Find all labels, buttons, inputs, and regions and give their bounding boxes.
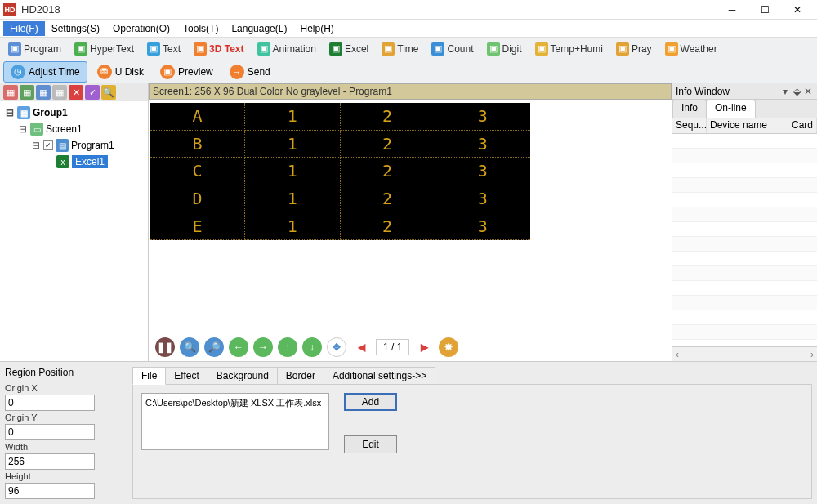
menu-bar: File(F) Settings(S) Operation(O) Tools(T… xyxy=(0,20,817,38)
text-icon: ▣ xyxy=(147,42,160,56)
count-icon: ▣ xyxy=(431,42,444,56)
info-tabs: Info On-line xyxy=(672,100,817,118)
small-icon-3[interactable]: ▦ xyxy=(52,85,67,100)
led-cell: 2 xyxy=(341,103,435,131)
menu-language[interactable]: Language(L) xyxy=(225,21,293,36)
small-icon-5[interactable]: ✓ xyxy=(85,85,100,100)
minimize-button[interactable]: ─ xyxy=(716,0,748,20)
tab-effect[interactable]: Effect xyxy=(165,367,208,385)
file-panel: C:\Users\pc\Desktop\新建 XLSX 工作表.xlsx Add… xyxy=(132,384,812,499)
toolbtn-pray[interactable]: ▣Pray xyxy=(611,41,657,57)
table-row xyxy=(672,149,817,163)
expand-icon[interactable]: ⊟ xyxy=(31,140,41,151)
led-cell: 3 xyxy=(435,103,530,131)
preview-icon: ▣ xyxy=(160,65,175,79)
tab-additional[interactable]: Additional settings->> xyxy=(324,367,435,385)
menu-settings[interactable]: Settings(S) xyxy=(45,21,106,36)
add-button[interactable]: Add xyxy=(344,393,397,411)
led-cell: A xyxy=(150,103,245,131)
close-button[interactable]: ✕ xyxy=(781,0,814,20)
table-row xyxy=(672,281,817,296)
settings-nav-button[interactable]: ✸ xyxy=(439,337,458,357)
input-width[interactable] xyxy=(5,453,95,470)
small-icon-0[interactable]: ▦ xyxy=(3,85,18,100)
zoom-out-button[interactable]: 🔎 xyxy=(204,337,224,357)
tab-file[interactable]: File xyxy=(132,367,166,385)
pause-button[interactable]: ❚❚ xyxy=(155,337,175,357)
toolbtn-digit[interactable]: ▣Digit xyxy=(482,41,527,57)
col-sequence[interactable]: Sequ... xyxy=(672,118,707,133)
toolbtn-3dtext[interactable]: ▣3D Text xyxy=(189,41,248,57)
tab-background[interactable]: Background xyxy=(208,367,278,385)
table-row xyxy=(672,193,817,207)
menu-tools[interactable]: Tools(T) xyxy=(176,21,225,36)
nav-right-button[interactable]: → xyxy=(253,337,273,357)
toolbtn-temphumi[interactable]: ▣Temp+Humi xyxy=(530,41,608,57)
title-bar: HD HD2018 ─ ☐ ✕ xyxy=(0,0,817,20)
toolbtn-count[interactable]: ▣Count xyxy=(426,41,478,57)
program-checkbox[interactable]: ✓ xyxy=(43,140,53,150)
menu-file[interactable]: File(F) xyxy=(3,21,45,36)
tree-screen[interactable]: ⊟ ▭ Screen1 xyxy=(3,121,145,137)
prev-page-button[interactable]: ◀ xyxy=(351,337,371,357)
maximize-button[interactable]: ☐ xyxy=(748,0,781,20)
app-icon: HD xyxy=(3,3,16,16)
next-page-button[interactable]: ▶ xyxy=(414,337,434,357)
tree-excel-item[interactable]: x Excel1 xyxy=(3,154,145,170)
small-icon-1[interactable]: ▦ xyxy=(20,85,34,100)
led-cell: 3 xyxy=(435,212,530,240)
input-origin-y[interactable] xyxy=(5,424,95,440)
actionbtn-udisk[interactable]: ⛃U Disk xyxy=(91,62,150,82)
actionbtn-send[interactable]: →Send xyxy=(223,62,277,82)
led-cell: 1 xyxy=(245,158,340,185)
table-row xyxy=(672,163,817,178)
menu-operation[interactable]: Operation(O) xyxy=(106,21,176,36)
tab-info[interactable]: Info xyxy=(672,100,707,118)
tab-online[interactable]: On-line xyxy=(706,100,756,118)
label-origin-x: Origin X xyxy=(5,383,123,393)
small-icon-4[interactable]: ✕ xyxy=(69,85,83,100)
expand-icon[interactable]: ⊟ xyxy=(5,107,15,118)
move-button[interactable]: ✥ xyxy=(327,337,346,357)
bottom-panel: Region Position Origin X Origin Y Width … xyxy=(0,361,817,504)
toolbtn-excel[interactable]: ▣Excel xyxy=(324,41,373,57)
tree-program[interactable]: ⊟ ✓ ▤ Program1 xyxy=(3,137,145,154)
info-grid-body xyxy=(672,134,817,346)
zoom-in-button[interactable]: 🔍 xyxy=(180,337,199,357)
info-dropdown-icon[interactable]: ▾ xyxy=(779,86,791,97)
toolbtn-time[interactable]: ▣Time xyxy=(377,41,423,57)
small-icon-2[interactable]: ▦ xyxy=(36,85,51,100)
menu-help[interactable]: Help(H) xyxy=(293,21,340,36)
led-cell: 3 xyxy=(435,131,530,158)
actionbtn-adjust-time[interactable]: ◷Adjust Time xyxy=(3,61,87,83)
toolbtn-hypertext[interactable]: ▣HyperText xyxy=(69,41,139,57)
small-icon-6[interactable]: 🔍 xyxy=(101,85,116,100)
tree-group[interactable]: ⊟ ▦ Group1 xyxy=(3,105,145,121)
table-row xyxy=(672,266,817,281)
input-height[interactable] xyxy=(5,483,95,499)
nav-down-button[interactable]: ↓ xyxy=(302,337,322,357)
toolbtn-program[interactable]: ▣Program xyxy=(3,41,66,57)
input-origin-x[interactable] xyxy=(5,395,95,411)
expand-icon[interactable]: ⊟ xyxy=(18,123,28,135)
led-cell: 1 xyxy=(245,212,340,240)
tab-border[interactable]: Border xyxy=(277,367,324,385)
file-list[interactable]: C:\Users\pc\Desktop\新建 XLSX 工作表.xlsx xyxy=(141,393,329,450)
toolbtn-weather[interactable]: ▣Weather xyxy=(660,41,722,57)
nav-left-button[interactable]: ← xyxy=(229,337,248,357)
edit-button[interactable]: Edit xyxy=(344,435,397,453)
info-pin-icon[interactable]: ⬙ xyxy=(791,86,802,97)
table-row xyxy=(672,222,817,237)
region-position-title: Region Position xyxy=(5,367,123,378)
info-scrollbar[interactable]: ‹› xyxy=(672,346,817,361)
col-device-name[interactable]: Device name xyxy=(707,118,788,133)
toolbtn-animation[interactable]: ▣Animation xyxy=(252,41,321,57)
properties-panel: File Effect Background Border Additional… xyxy=(127,362,817,504)
table-row xyxy=(672,237,817,252)
led-cell: 2 xyxy=(341,131,435,158)
actionbtn-preview[interactable]: ▣Preview xyxy=(154,62,220,82)
nav-up-button[interactable]: ↑ xyxy=(278,337,297,357)
toolbtn-text[interactable]: ▣Text xyxy=(142,41,185,57)
info-close-icon[interactable]: ✕ xyxy=(802,86,814,97)
col-card[interactable]: Card xyxy=(788,118,817,133)
